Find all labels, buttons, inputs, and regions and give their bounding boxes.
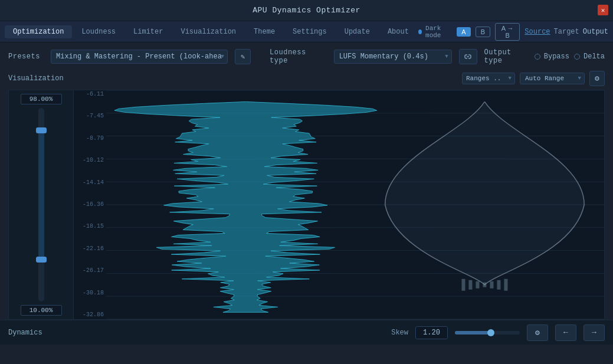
loudness-type-select[interactable]: LUFS Momentary (0.4s): [334, 50, 452, 64]
auto-range-select[interactable]: Auto Range: [520, 73, 585, 84]
bypass-radio[interactable]: Bypass: [535, 53, 569, 61]
nav-loudness[interactable]: Loudness: [73, 25, 124, 38]
ab-b-button[interactable]: B: [476, 27, 490, 37]
loudness-type-label: Loudness type: [270, 48, 327, 65]
nav-about[interactable]: About: [379, 25, 417, 38]
nav-bar: Optimization Loudness Limiter Visualizat…: [0, 21, 613, 42]
close-button[interactable]: ✕: [598, 5, 608, 15]
y-label-10: -32.86: [74, 312, 104, 318]
slider-top-value: 98.00%: [21, 94, 62, 104]
preset-select[interactable]: Mixing & Mastering - Present (look-ahead…: [51, 50, 228, 64]
y-label-1: -7.45: [74, 113, 104, 119]
app-title: APU Dynamics Optimizer: [253, 6, 360, 15]
preset-edit-button[interactable]: ✎: [235, 49, 251, 64]
delta-dot: [574, 54, 580, 60]
link-icon: [464, 53, 472, 61]
target-link[interactable]: Target: [554, 28, 579, 36]
y-label-2: -8.79: [74, 136, 104, 142]
ranges-select[interactable]: Ranges ..: [462, 73, 515, 84]
presets-label: Presets: [8, 53, 44, 61]
source-link[interactable]: Source: [525, 28, 550, 36]
y-label-5: -16.36: [74, 202, 104, 208]
auto-range-wrapper: Auto Range ▼: [520, 73, 585, 84]
slider-fill: [38, 127, 44, 263]
bottom-back-button[interactable]: ←: [555, 324, 576, 341]
nav-right-controls: Dark mode A B A → B Source Target Output: [418, 23, 608, 41]
loudness-link-button[interactable]: [459, 49, 477, 64]
output-type-section: Output type Bypass Delta: [484, 48, 605, 65]
y-label-7: -22.16: [74, 246, 104, 252]
y-label-3: -10.12: [74, 158, 104, 163]
output-type-label: Output type: [484, 48, 530, 65]
visualization-canvas: [106, 90, 604, 319]
dark-mode-label: Dark mode: [425, 25, 452, 39]
nav-update[interactable]: Update: [336, 25, 378, 38]
range-slider[interactable]: [38, 108, 44, 301]
dark-mode-indicator: [418, 29, 422, 34]
preset-select-wrapper: Mixing & Mastering - Present (look-ahead…: [51, 50, 228, 64]
dynamics-label: Dynamics: [8, 329, 55, 337]
dark-mode-toggle[interactable]: Dark mode: [418, 25, 452, 39]
skew-slider-fill: [455, 331, 491, 335]
nav-limiter[interactable]: Limiter: [125, 25, 171, 38]
skew-slider-thumb[interactable]: [487, 329, 494, 336]
slider-thumb-top[interactable]: [36, 127, 47, 133]
viz-label: Visualization: [8, 74, 64, 83]
delta-radio[interactable]: Delta: [574, 53, 605, 61]
bottom-forward-button[interactable]: →: [584, 324, 605, 341]
y-label-8: -26.17: [74, 268, 104, 274]
y-axis: -6.11 -7.45 -8.79 -10.12 -14.14 -16.36 -…: [74, 90, 106, 319]
bypass-label: Bypass: [544, 53, 569, 61]
nav-visualization[interactable]: Visualization: [172, 25, 244, 38]
y-label-6: -18.15: [74, 224, 104, 229]
chart-inner: [106, 90, 604, 319]
nav-theme[interactable]: Theme: [245, 25, 283, 38]
nav-settings[interactable]: Settings: [284, 25, 335, 38]
bottom-bar: Dynamics Skew 1.20 ⚙ ← →: [0, 320, 613, 345]
y-label-4: -14.14: [74, 180, 104, 186]
title-bar: APU Dynamics Optimizer ✕: [0, 0, 613, 21]
top-controls-row: Presets Mixing & Mastering - Present (lo…: [8, 48, 605, 65]
ranges-select-wrapper: Ranges .. ▼: [462, 73, 515, 84]
skew-label: Skew: [391, 329, 408, 337]
y-label-9: -30.18: [74, 290, 104, 296]
visualization-row: Visualization Ranges .. ▼ Auto Range ▼ ⚙: [8, 71, 605, 86]
delta-label: Delta: [584, 53, 605, 61]
slider-panel: 98.00% 10.00%: [9, 90, 74, 319]
viz-controls: Ranges .. ▼ Auto Range ▼ ⚙: [462, 71, 605, 86]
ab-ab-button[interactable]: A → B: [495, 23, 520, 41]
nav-optimization[interactable]: Optimization: [5, 25, 72, 38]
viz-container: 98.00% 10.00% -6.11 -7.45 -8.79 -10.12 -…: [8, 90, 605, 320]
source-target-output: Source Target Output: [525, 28, 608, 36]
loudness-select-wrapper: LUFS Momentary (0.4s) ▼: [334, 50, 452, 64]
chart-area: -6.11 -7.45 -8.79 -10.12 -14.14 -16.36 -…: [74, 90, 604, 319]
main-content: Presets Mixing & Mastering - Present (lo…: [0, 42, 613, 320]
bottom-gear-button[interactable]: ⚙: [527, 324, 548, 341]
ab-a-button[interactable]: A: [457, 27, 470, 37]
bypass-dot: [535, 54, 540, 60]
viz-gear-button[interactable]: ⚙: [589, 71, 605, 86]
skew-value-display: 1.20: [415, 326, 448, 339]
y-label-0: -6.11: [74, 91, 104, 97]
output-link[interactable]: Output: [583, 28, 608, 36]
skew-slider[interactable]: [455, 331, 520, 335]
slider-bottom-value: 10.00%: [21, 305, 62, 316]
slider-thumb-bottom[interactable]: [36, 257, 47, 263]
